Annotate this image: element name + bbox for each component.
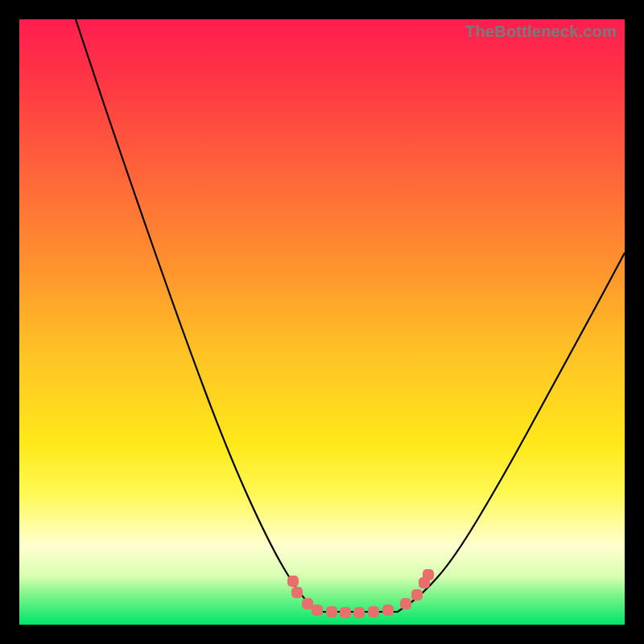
data-marker <box>340 607 351 618</box>
data-marker <box>368 606 379 617</box>
data-marker <box>411 589 423 601</box>
data-marker <box>423 569 434 580</box>
curve-path <box>76 19 625 612</box>
markers-group <box>287 569 434 618</box>
data-marker <box>287 576 299 587</box>
data-marker <box>382 605 394 616</box>
data-marker <box>312 605 323 616</box>
bottleneck-curve <box>19 19 625 625</box>
chart-frame: TheBottleneck.com <box>19 19 625 625</box>
data-marker <box>326 606 337 617</box>
data-marker <box>353 607 365 618</box>
data-marker <box>400 598 411 609</box>
data-marker <box>291 587 303 598</box>
data-marker <box>302 598 313 609</box>
